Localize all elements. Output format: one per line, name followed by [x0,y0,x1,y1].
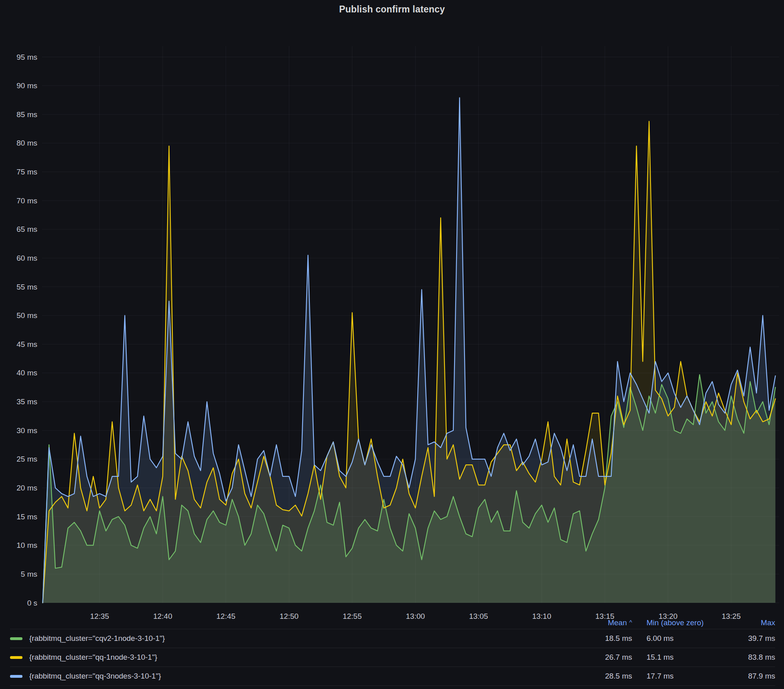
series-min-value: 15.1 ms [632,653,722,662]
y-tick-label: 20 ms [16,484,37,492]
y-tick-label: 25 ms [16,455,37,463]
series-toggle-cqv2-1node[interactable]: {rabbitmq_cluster="cqv2-1node-3-10-1"} [10,634,580,643]
y-tick-label: 60 ms [16,254,37,262]
series-label: {rabbitmq_cluster="qq-3nodes-3-10-1"} [29,672,161,681]
min-header-label: Min (above zero) [647,618,704,627]
y-tick-label: 55 ms [16,283,37,291]
y-tick-label: 65 ms [16,225,37,233]
y-tick-label: 70 ms [16,197,37,205]
series-max-value: 83.8 ms [722,653,775,662]
series-max-value: 39.7 ms [722,634,775,643]
series-toggle-qq-3nodes[interactable]: {rabbitmq_cluster="qq-3nodes-3-10-1"} [10,672,580,681]
series-color-swatch[interactable] [10,656,22,659]
series-label: {rabbitmq_cluster="qq-1node-3-10-1"} [29,653,157,662]
latency-chart[interactable]: 0 s5 ms10 ms15 ms20 ms25 ms30 ms35 ms40 … [0,0,784,624]
series-fill-2 [43,98,776,603]
legend-row-qq-3nodes: {rabbitmq_cluster="qq-3nodes-3-10-1"} 28… [10,667,775,685]
series-min-value: 17.7 ms [632,672,722,681]
series-color-swatch[interactable] [10,637,22,640]
y-tick-label: 50 ms [16,311,37,320]
y-tick-label: 85 ms [16,110,37,119]
series-max-value: 87.9 ms [722,672,775,681]
y-tick-label: 95 ms [16,53,37,61]
max-header-label: Max [761,618,775,627]
legend-row-qq-1node: {rabbitmq_cluster="qq-1node-3-10-1"} 26.… [10,648,775,667]
series-toggle-qq-1node[interactable]: {rabbitmq_cluster="qq-1node-3-10-1"} [10,653,580,662]
y-tick-label: 45 ms [16,340,37,349]
y-tick-label: 5 ms [21,570,37,578]
legend-column-mean[interactable]: Mean^ [580,618,632,627]
series-mean-value: 26.7 ms [580,653,632,662]
y-tick-label: 35 ms [16,397,37,406]
sort-ascending-icon: ^ [629,619,632,626]
y-tick-label: 10 ms [16,541,37,549]
y-tick-label: 40 ms [16,369,37,377]
series-mean-value: 28.5 ms [580,672,632,681]
legend-column-min[interactable]: Min (above zero) [632,618,722,627]
series-min-value: 6.00 ms [632,634,722,643]
y-tick-label: 90 ms [16,81,37,90]
legend-header: Mean^ Min (above zero) Max [10,617,775,629]
series-mean-value: 18.5 ms [580,634,632,643]
series-label: {rabbitmq_cluster="cqv2-1node-3-10-1"} [29,634,165,643]
legend-row-cqv2-1node: {rabbitmq_cluster="cqv2-1node-3-10-1"} 1… [10,629,775,648]
y-tick-label: 30 ms [16,426,37,435]
mean-header-label: Mean [608,618,627,627]
legend-column-max[interactable]: Max [722,618,775,627]
legend: Mean^ Min (above zero) Max {rabbitmq_clu… [0,617,784,686]
legend-rows: {rabbitmq_cluster="cqv2-1node-3-10-1"} 1… [10,629,775,686]
y-tick-label: 80 ms [16,139,37,147]
y-tick-label: 0 s [27,599,37,607]
y-tick-label: 75 ms [16,168,37,176]
grafana-panel: Publish confirm latency 0 s5 ms10 ms15 m… [0,0,784,689]
series-fills [43,98,776,603]
series-color-swatch[interactable] [10,675,22,678]
y-tick-label: 15 ms [16,513,37,521]
